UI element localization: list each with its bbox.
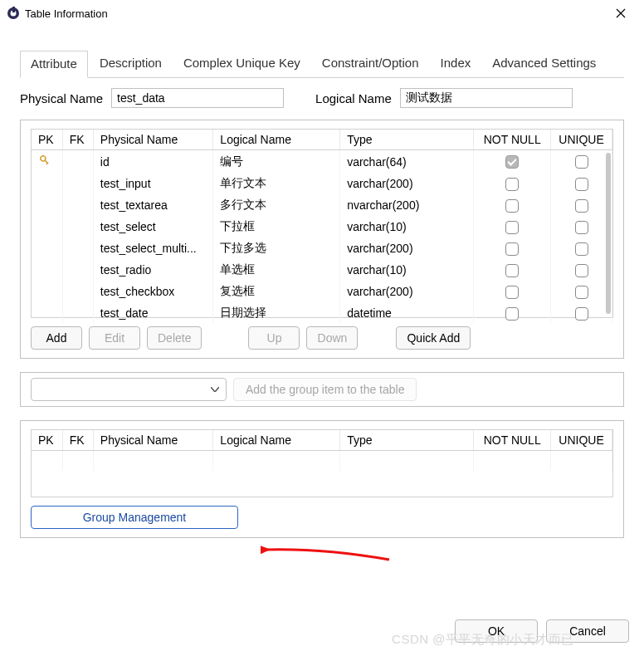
table-row[interactable]: test_textarea多行文本nvarchar(200) [32,194,612,216]
checkbox[interactable] [505,155,519,169]
nn-cell[interactable] [474,216,551,237]
checkbox[interactable] [505,286,519,299]
edit-button[interactable]: Edit [89,326,140,350]
log-cell: 单选框 [213,259,340,281]
group-select[interactable] [31,378,227,401]
checkbox[interactable] [505,178,519,191]
g-col-nn[interactable]: NOT NULL [474,430,551,451]
tab-advanced-settings[interactable]: Advanced Settings [482,51,606,78]
down-button[interactable]: Down [306,326,358,350]
nn-cell[interactable] [474,281,551,302]
uq-cell[interactable] [551,281,612,302]
col-nn[interactable]: NOT NULL [474,130,551,150]
tab-complex-unique-key[interactable]: Complex Unique Key [173,51,310,78]
logical-name-input[interactable] [400,88,573,108]
tab-index[interactable]: Index [431,51,481,78]
col-uq[interactable]: UNIQUE [551,130,612,150]
nn-cell[interactable] [474,194,551,216]
checkbox[interactable] [505,199,519,213]
fk-cell [62,173,93,194]
g-col-phys[interactable]: Physical Name [93,430,213,451]
type-cell: varchar(200) [340,173,474,194]
titlebar: Table Information [0,0,644,27]
quick-add-button[interactable]: Quick Add [396,326,471,350]
tab-description[interactable]: Description [90,51,172,78]
nn-cell[interactable] [474,173,551,194]
group-management-button[interactable]: Group Management [31,506,238,529]
table-row[interactable]: test_select下拉框varchar(10) [32,216,612,237]
add-group-item-button[interactable]: Add the group item to the table [233,378,417,401]
g-col-fk[interactable]: FK [62,430,93,451]
uq-cell[interactable] [551,302,612,324]
delete-button[interactable]: Delete [147,326,202,350]
up-button[interactable]: Up [248,326,300,350]
fk-cell [62,150,93,174]
checkbox[interactable] [575,286,588,299]
checkbox[interactable] [505,221,519,234]
checkbox[interactable] [575,307,588,321]
ok-button[interactable]: OK [455,619,538,643]
uq-cell[interactable] [551,259,612,281]
uq-cell[interactable] [551,150,612,174]
table-row[interactable]: test_date日期选择datetime [32,302,612,324]
g-col-log[interactable]: Logical Name [213,430,340,451]
table-row[interactable] [32,451,612,471]
table-row[interactable]: id编号varchar(64) [32,150,612,174]
type-cell: varchar(10) [340,259,474,281]
fk-cell [62,259,93,281]
uq-cell[interactable] [551,173,612,194]
checkbox[interactable] [575,199,588,213]
nn-cell[interactable] [474,237,551,259]
log-cell: 下拉多选 [213,237,340,259]
physical-name-label: Physical Name [20,91,103,105]
tab-constraint-option[interactable]: Constraint/Option [312,51,429,78]
g-col-type[interactable]: Type [340,430,474,451]
phys-cell: test_select_multi... [93,237,213,259]
checkbox[interactable] [575,178,588,191]
uq-cell[interactable] [551,237,612,259]
checkbox[interactable] [505,264,519,277]
col-pk[interactable]: PK [32,130,62,150]
nn-cell[interactable] [474,150,551,174]
nn-cell[interactable] [474,302,551,324]
fk-cell [62,237,93,259]
pk-cell [32,216,62,237]
window-title: Table Information [25,7,604,20]
pk-cell [32,302,62,324]
table-scrollbar[interactable] [606,153,611,314]
add-button[interactable]: Add [31,326,82,350]
pk-cell [32,237,62,259]
checkbox[interactable] [575,155,588,169]
uq-cell[interactable] [551,194,612,216]
col-fk[interactable]: FK [62,130,93,150]
g-col-pk[interactable]: PK [32,430,62,451]
attribute-table[interactable]: PK FK Physical Name Logical Name Type NO… [31,129,613,318]
col-type[interactable]: Type [340,130,474,150]
cancel-button[interactable]: Cancel [546,619,629,643]
tab-attribute[interactable]: Attribute [20,51,88,78]
type-cell: varchar(200) [340,237,474,259]
log-cell: 单行文本 [213,173,340,194]
fk-cell [62,281,93,302]
uq-cell[interactable] [551,216,612,237]
close-button[interactable] [604,2,637,25]
log-cell: 复选框 [213,281,340,302]
phys-cell: test_input [93,173,213,194]
fk-cell [62,194,93,216]
log-cell: 编号 [213,150,340,174]
nn-cell[interactable] [474,259,551,281]
checkbox[interactable] [505,242,519,256]
group-table[interactable]: PK FK Physical Name Logical Name Type NO… [31,429,613,497]
checkbox[interactable] [575,221,588,234]
checkbox[interactable] [505,307,519,321]
g-col-uq[interactable]: UNIQUE [551,430,612,451]
table-row[interactable]: test_checkbox复选框varchar(200) [32,281,612,302]
physical-name-input[interactable] [111,88,284,108]
checkbox[interactable] [575,264,588,277]
table-row[interactable]: test_radio单选框varchar(10) [32,259,612,281]
table-row[interactable]: test_select_multi...下拉多选varchar(200) [32,237,612,259]
checkbox[interactable] [575,242,588,256]
table-row[interactable]: test_input单行文本varchar(200) [32,173,612,194]
col-phys[interactable]: Physical Name [93,130,213,150]
col-log[interactable]: Logical Name [213,130,340,150]
